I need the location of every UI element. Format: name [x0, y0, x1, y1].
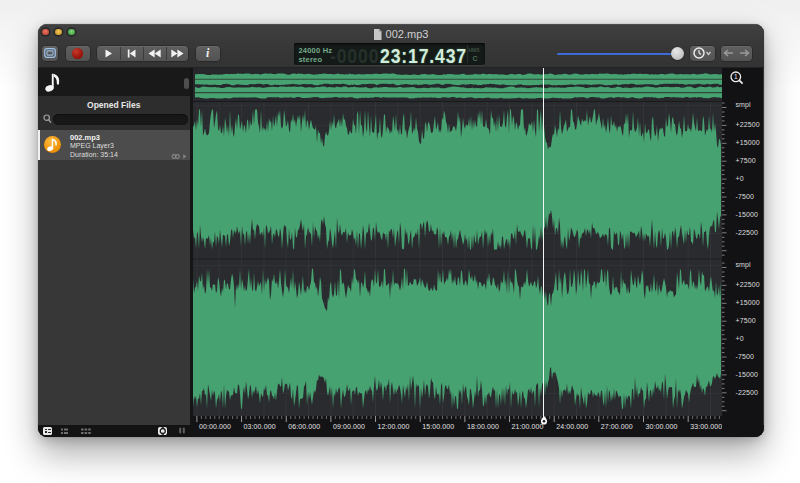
svg-text:1: 1 — [734, 73, 738, 80]
